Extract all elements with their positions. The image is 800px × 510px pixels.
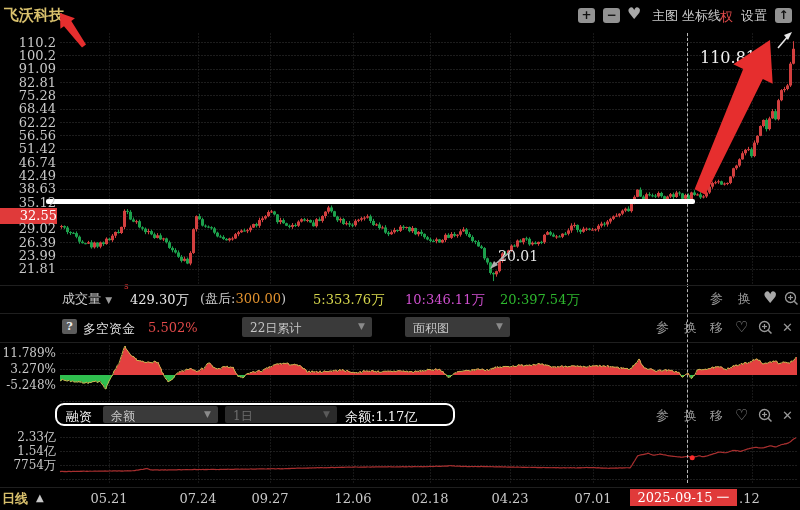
rongzi-type-dropdown[interactable]: 余额▼ xyxy=(103,406,218,423)
rongzi-axis-label: 2.33亿 xyxy=(0,430,56,444)
duokong-close-icon[interactable]: ✕ xyxy=(782,320,793,336)
duokong-switch-button[interactable]: 换 xyxy=(684,320,697,336)
stock-chart-app: 飞沃科技 + − ♥ 主图 坐标线 权 设置 ↑ 110.2100.291.09… xyxy=(0,0,800,510)
chevron-down-icon: ▼ xyxy=(496,321,503,331)
duokong-magnify-icon[interactable] xyxy=(758,320,773,335)
date-axis-label: 05.21 xyxy=(81,491,137,506)
date-axis-label: 12.06 xyxy=(325,491,381,506)
rongzi-close-icon[interactable]: ✕ xyxy=(782,408,793,424)
favorite-heart-icon[interactable]: ♥ xyxy=(627,6,641,22)
duokong-period-dropdown[interactable]: 22日累计▼ xyxy=(242,317,372,337)
crosshair-date-tag: 2025-09-15 一 xyxy=(630,489,737,506)
date-axis-label: 09.27 xyxy=(242,491,298,506)
volume-ma20: 20:397.54万 xyxy=(500,291,579,309)
rights-adjust-menu[interactable]: 权 xyxy=(720,8,733,26)
rongzi-period-dropdown[interactable]: 1日▼ xyxy=(225,406,337,423)
duokong-axis-label: -5.248% xyxy=(0,378,56,392)
horizontal-trendline-annotation[interactable] xyxy=(46,199,695,204)
duokong-title: 多空资金 xyxy=(83,320,135,338)
date-axis-label: 02.18 xyxy=(402,491,458,506)
date-axis-label: 07.01 xyxy=(565,491,621,506)
panel-separator xyxy=(0,313,800,314)
rongzi-axis-label: 7754万 xyxy=(0,458,56,472)
chevron-down-icon: ▼ xyxy=(323,409,330,419)
chevron-down-icon: ▼ xyxy=(105,295,112,305)
rongzi-favorite-icon[interactable]: ♡ xyxy=(735,407,748,423)
volume-value: 429.30万 xyxy=(130,291,189,309)
partial-date-label: .12 xyxy=(739,491,760,506)
chart-canvas[interactable] xyxy=(0,0,800,510)
rongzi-header-box: 融资 余额▼ 1日▼ 余额:1.17亿 xyxy=(55,403,455,426)
duokong-axis-label: 3.270% xyxy=(0,362,56,376)
event-marker-s: s xyxy=(124,281,129,291)
zoom-out-button[interactable]: − xyxy=(603,8,620,23)
panel-separator xyxy=(0,285,800,286)
volume-favorite-icon[interactable]: ♥ xyxy=(763,290,777,306)
zoom-in-button[interactable]: + xyxy=(578,8,595,23)
panel-separator xyxy=(0,342,800,343)
duokong-style-dropdown[interactable]: 面积图▼ xyxy=(405,317,510,337)
volume-ma10: 10:346.11万 xyxy=(405,291,484,309)
low-price-label: 20.01 xyxy=(498,248,538,264)
volume-title[interactable]: 成交量 ▼ xyxy=(62,291,112,308)
main-chart-menu[interactable]: 主图 xyxy=(652,8,678,24)
share-icon[interactable]: ↑ xyxy=(775,8,792,23)
volume-switch-button[interactable]: 换 xyxy=(738,291,751,307)
rongzi-balance: 余额:1.17亿 xyxy=(345,408,417,426)
settings-menu[interactable]: 设置 xyxy=(741,8,767,24)
rongzi-axis-label: 1.54亿 xyxy=(0,444,56,458)
date-axis-label: 04.23 xyxy=(482,491,538,506)
panel-separator xyxy=(0,487,800,488)
rongzi-param-button[interactable]: 参 xyxy=(656,408,669,424)
rongzi-title: 融资 xyxy=(66,408,92,426)
stock-name: 飞沃科技 xyxy=(4,6,64,25)
volume-magnify-icon[interactable] xyxy=(784,291,799,306)
chevron-down-icon: ▼ xyxy=(204,409,211,419)
peak-price-label: 110.81 xyxy=(700,48,756,67)
rongzi-switch-button[interactable]: 换 xyxy=(684,408,697,424)
help-icon[interactable]: ? xyxy=(62,319,77,334)
after-hours-volume: (盘后:300.00) xyxy=(200,291,286,307)
period-selector[interactable]: 日线 xyxy=(2,490,28,508)
duokong-value: 5.502% xyxy=(148,320,198,335)
duokong-move-button[interactable]: 移 xyxy=(710,320,723,336)
date-axis-label: 07.24 xyxy=(170,491,226,506)
coordinate-line-menu[interactable]: 坐标线 xyxy=(682,8,721,24)
rongzi-move-button[interactable]: 移 xyxy=(710,408,723,424)
volume-param-button[interactable]: 参 xyxy=(710,291,723,307)
duokong-param-button[interactable]: 参 xyxy=(656,320,669,336)
chevron-down-icon: ▼ xyxy=(358,321,365,331)
duokong-axis-label: 11.789% xyxy=(0,346,56,360)
volume-ma5: 5:353.76万 xyxy=(313,291,384,309)
rongzi-magnify-icon[interactable] xyxy=(758,408,773,423)
period-up-triangle-icon[interactable]: ▲ xyxy=(36,492,44,503)
duokong-favorite-icon[interactable]: ♡ xyxy=(735,319,748,335)
price-axis-label: 21.81 xyxy=(0,261,56,276)
